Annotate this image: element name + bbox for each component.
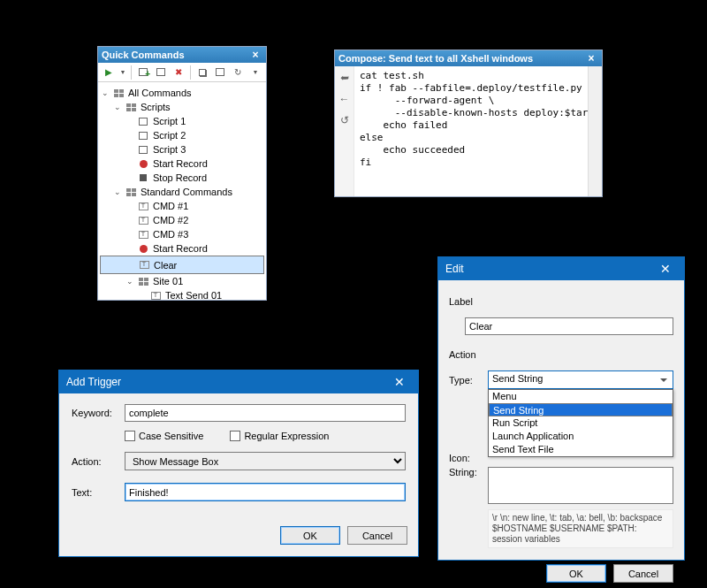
close-icon[interactable]: ✕ — [654, 257, 677, 280]
add-trigger-titlebar[interactable]: Add Trigger ✕ — [59, 370, 418, 393]
record-icon — [137, 157, 149, 170]
regex-checkbox[interactable]: Regular Expression — [230, 431, 329, 441]
close-icon[interactable]: × — [584, 51, 598, 65]
compose-panel: Compose: Send text to all Xshell windows… — [334, 50, 603, 197]
label-input[interactable] — [465, 317, 673, 335]
text-icon — [137, 228, 149, 241]
type-select[interactable]: Send String Menu Send String Run Script … — [488, 370, 673, 389]
tree-script-2[interactable]: Script 2 — [100, 128, 264, 142]
string-label: String: — [449, 467, 488, 477]
run-icon[interactable]: ▶ — [101, 65, 117, 80]
compose-titlebar[interactable]: Compose: Send text to all Xshell windows… — [335, 50, 602, 66]
tree-cmd-1[interactable]: CMD #1 — [100, 199, 264, 213]
paste-icon[interactable] — [212, 65, 228, 80]
quick-commands-titlebar[interactable]: Quick Commands × — [98, 47, 266, 63]
add-trigger-title: Add Trigger — [66, 376, 388, 388]
menu-dropdown-icon[interactable]: ▼ — [247, 65, 263, 80]
type-option-send-string[interactable]: Send String — [489, 403, 673, 416]
grid-icon — [125, 101, 137, 113]
script-icon — [137, 115, 149, 127]
record-icon — [137, 242, 149, 255]
tree-cmd-3[interactable]: CMD #3 — [100, 227, 264, 241]
tree-start-record-2[interactable]: Start Record — [100, 241, 264, 256]
tree-script-3[interactable]: Script 3 — [100, 142, 264, 157]
type-label: Type: — [449, 375, 488, 386]
action-select[interactable]: Show Message Box — [125, 452, 406, 470]
string-textarea[interactable] — [488, 467, 673, 504]
type-option-launch-app[interactable]: Launch Application — [489, 430, 673, 443]
text-input[interactable] — [125, 483, 406, 501]
text-icon — [137, 214, 149, 226]
back-icon[interactable]: ← — [339, 93, 350, 105]
script-icon — [137, 129, 149, 141]
history-icon[interactable]: ↺ — [340, 114, 349, 126]
tree-root[interactable]: ⌄ All Commands — [100, 86, 264, 100]
text-icon — [138, 259, 150, 271]
text-icon — [149, 289, 162, 302]
send-icon[interactable]: ➥ — [340, 72, 349, 84]
keyword-input[interactable] — [125, 404, 406, 422]
tree-start-record[interactable]: Start Record — [100, 157, 264, 171]
icon-label: Icon: — [449, 453, 488, 463]
delete-icon[interactable]: ✖ — [171, 65, 186, 80]
tree-standard[interactable]: ⌄ Standard Commands — [100, 185, 264, 199]
script-icon — [137, 143, 149, 156]
cancel-button[interactable]: Cancel — [347, 526, 407, 545]
refresh-icon[interactable]: ↻ — [230, 65, 246, 80]
edit-title: Edit — [445, 263, 654, 275]
quick-commands-title: Quick Commands — [102, 50, 248, 60]
tree-script-1[interactable]: Script 1 — [100, 114, 264, 128]
case-sensitive-checkbox[interactable]: Case Sensitive — [125, 431, 203, 441]
compose-textarea[interactable]: cat test.sh if ! fab --fabfile=.deploy/t… — [354, 66, 588, 196]
stop-icon — [137, 172, 149, 184]
edit-titlebar[interactable]: Edit ✕ — [438, 257, 684, 280]
edit-dialog: Edit ✕ Label Action Type: Send String Me… — [437, 256, 685, 561]
type-option-run-script[interactable]: Run Script — [489, 416, 673, 430]
ok-button[interactable]: OK — [280, 526, 340, 545]
text-label: Text: — [72, 487, 125, 498]
type-option-menu[interactable]: Menu — [489, 390, 673, 403]
tree-text-send-01[interactable]: Text Send 01 — [100, 288, 264, 302]
close-icon[interactable]: × — [248, 48, 262, 62]
hint-text: \r \n: new line, \t: tab, \a: bell, \b: … — [488, 509, 673, 548]
tree-scripts[interactable]: ⌄ Scripts — [100, 100, 264, 114]
grid-icon — [125, 186, 137, 198]
close-icon[interactable]: ✕ — [388, 370, 411, 393]
commands-tree: ⌄ All Commands ⌄ Scripts Script 1 Script… — [98, 82, 266, 306]
cancel-button[interactable]: Cancel — [613, 564, 673, 583]
quick-commands-toolbar: ▶ ▼ + ✖ ↻ ▼ — [98, 63, 266, 82]
type-select-list: Menu Send String Run Script Launch Appli… — [488, 389, 673, 457]
copy-icon[interactable] — [194, 65, 210, 80]
tree-stop-record[interactable]: Stop Record — [100, 171, 264, 185]
scrollbar[interactable] — [588, 66, 602, 196]
tree-cmd-2[interactable]: CMD #2 — [100, 213, 264, 227]
compose-gutter: ➥ ← ↺ — [335, 66, 354, 196]
add-trigger-dialog: Add Trigger ✕ Keyword: Case Sensitive Re… — [58, 370, 419, 557]
ok-button[interactable]: OK — [546, 564, 606, 583]
grid-icon — [112, 87, 125, 99]
label-group-title: Label — [449, 296, 673, 307]
type-select-display[interactable]: Send String — [488, 370, 673, 389]
action-label: Action: — [72, 456, 125, 467]
type-option-send-text-file[interactable]: Send Text File — [489, 443, 673, 456]
text-icon — [137, 200, 149, 212]
properties-icon[interactable] — [153, 65, 169, 80]
add-icon[interactable]: + — [135, 65, 151, 80]
compose-title: Compose: Send text to all Xshell windows — [338, 53, 584, 64]
action-group-title: Action — [449, 349, 673, 360]
tree-clear[interactable]: Clear — [100, 256, 264, 274]
grid-icon — [137, 275, 149, 287]
run-dropdown-icon[interactable]: ▼ — [118, 65, 127, 80]
keyword-label: Keyword: — [72, 408, 125, 418]
tree-site-01[interactable]: ⌄ Site 01 — [100, 274, 264, 288]
quick-commands-panel: Quick Commands × ▶ ▼ + ✖ ↻ ▼ ⌄ All Comma… — [97, 46, 267, 301]
